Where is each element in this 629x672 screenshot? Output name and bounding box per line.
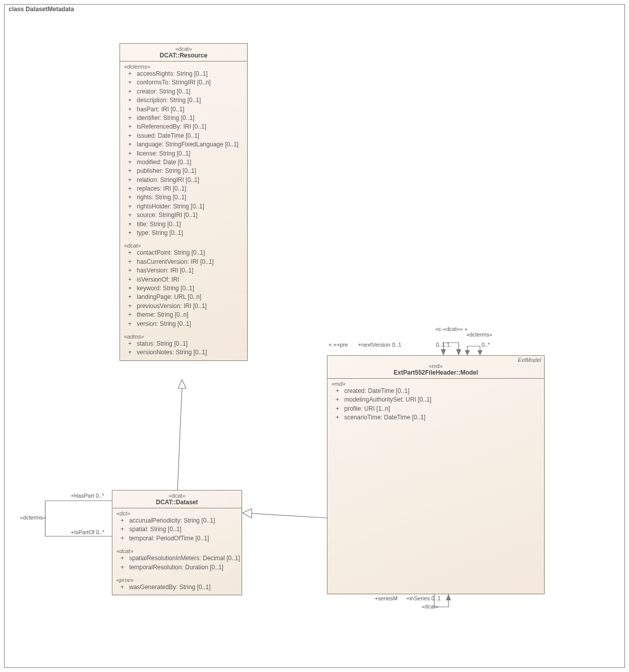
svg-marker-8 <box>446 594 451 600</box>
attribute: type: String [0..1] <box>128 229 243 237</box>
attribute: issued: DateTime [0..1] <box>128 132 243 140</box>
attribute: hasCurrentVersion: IRI [0..1] <box>128 258 243 266</box>
svg-marker-7 <box>477 350 483 355</box>
attribute: status: String [0..1] <box>128 340 243 348</box>
svg-marker-6 <box>465 350 470 355</box>
attribute: profile: URI [1..n] <box>336 405 540 413</box>
attribute: versionNotes: String [0..1] <box>128 348 243 357</box>
label-nextversion: +nextVersion 0..1 <box>358 342 401 348</box>
attribute: relation: StringIRI [0..1] <box>128 176 243 185</box>
attribute: replaces: IRI [0..1] <box>128 185 243 193</box>
attribute: rightsHolder: String [0..1] <box>128 202 243 211</box>
attribute: license: String [0..1] <box>128 149 243 158</box>
class-header: «md» ExtPart552FileHeader::Model <box>327 356 544 379</box>
attribute: temporalResolution: Duration [0..1] <box>121 563 237 572</box>
class-name: DCAT::Dataset <box>115 499 238 506</box>
attribute: hasVersion: IRI [0..1] <box>128 266 243 275</box>
attribute: conformsTo: StringIRI [0..n] <box>128 78 243 87</box>
group-md: «md» <box>327 379 544 387</box>
attribute: publisher: String [0..1] <box>128 167 243 175</box>
attribute: accurualPeriodicity: String [0..1] <box>121 516 237 525</box>
stereotype: «md» <box>331 363 541 369</box>
group-dct: «dct» <box>112 508 242 516</box>
attrs-dcat: contactPoint: String [0..1]hasCurrentVer… <box>120 249 247 331</box>
svg-line-2 <box>251 513 327 518</box>
svg-marker-5 <box>456 349 461 355</box>
svg-marker-3 <box>243 509 252 518</box>
group-dcat: «dcat» <box>112 546 242 554</box>
class-ext-model: ExtModel «md» ExtPart552FileHeader::Mode… <box>327 355 545 594</box>
attribute: modelingAuthoritySet: URI [0..1] <box>336 395 540 404</box>
attribute: isVersionOf: IRI <box>128 276 243 284</box>
label-dcat-bottom: «dcat» <box>422 603 438 609</box>
attribute: creator: String [0..1] <box>128 87 243 96</box>
class-name: ExtPart552FileHeader::Model <box>331 369 541 376</box>
attribute: description: String [0..1] <box>128 96 243 105</box>
attrs-adms: status: String [0..1]versionNotes: Strin… <box>120 340 247 360</box>
attrs-md: created: DateTime [0..1]modelingAuthorit… <box>327 387 544 425</box>
attribute: created: DateTime [0..1] <box>336 387 540 395</box>
svg-marker-1 <box>178 380 186 388</box>
attribute: wasGeneratedBy: String [0..1] <box>121 583 237 592</box>
attribute: title: String [0..1] <box>128 220 243 229</box>
group-prov: «prov» <box>112 575 242 583</box>
attribute: isReferencedBy: IRI [0..1] <box>128 123 243 131</box>
stereotype: «dcat» <box>123 46 244 52</box>
corner-label: ExtModel <box>518 357 541 363</box>
label-dcterms-top: «dcterms» <box>466 331 492 338</box>
class-header: «dcat» DCAT::Resource <box>120 44 247 62</box>
attribute: version: String [0..1] <box>128 320 243 328</box>
label-mult1: 0..1.1. <box>436 342 452 348</box>
attribute: previousVersion: IRI [0..1] <box>128 302 243 311</box>
attrs-dcterms: accessRights: String [0..1]conformsTo: S… <box>120 70 247 240</box>
class-header: «dcat» DCAT::Dataset <box>112 491 242 508</box>
group-dcat: «dcat» <box>120 240 247 249</box>
label-haspart: +HasPart 0..* <box>71 493 104 499</box>
stereotype: «dcat» <box>115 493 238 499</box>
label-seriesm: +seriesM <box>375 595 398 601</box>
attribute: source: StringIRI [0..1] <box>128 211 243 220</box>
attribute: rights: String [0..1] <box>128 193 243 202</box>
class-dcat-dataset: «dcat» DCAT::Dataset «dct» accurualPerio… <box>112 490 242 595</box>
attribute: contactPoint: String [0..1] <box>128 249 243 257</box>
attribute: hasPart: IRI [0..1] <box>128 105 243 114</box>
label-preplus: +.++pre <box>328 342 348 348</box>
attribute: language: StringFixedLanguage [0..1] <box>128 140 243 149</box>
frame-title: class DatasetMetadata <box>4 4 82 14</box>
group-dcterms: «dcterms» <box>120 62 247 70</box>
label-mult2: 0..* <box>482 342 490 348</box>
label-dcterms-assoc: «dcterms» <box>20 514 46 521</box>
frame-title-text: class DatasetMetadata <box>9 6 74 13</box>
attribute: modified: Date [0..1] <box>128 158 243 167</box>
label-inseries: +inSeries 0..1 <box>406 595 441 601</box>
label-ispartof: +IsPartOf 0..* <box>71 529 104 535</box>
svg-marker-4 <box>441 349 446 355</box>
group-adms: «adms» <box>120 331 247 340</box>
attrs-dct: accurualPeriodicity: String [0..1]spatia… <box>112 516 242 546</box>
attribute: landingPage: URL [0..n] <box>128 293 243 301</box>
attrs-prov: wasGeneratedBy: String [0..1] <box>112 583 242 595</box>
attribute: spatialResolutionInMeters: Decimal [0..1… <box>121 554 237 563</box>
attribute: identifier: String [0..1] <box>128 114 243 123</box>
attribute: scenarioTime: DateTime [0..1] <box>336 413 540 422</box>
attribute: temporal: PeriodOfTime [0..1] <box>121 534 237 543</box>
attribute: keyword: String [0..1] <box>128 284 243 293</box>
diagram-frame: class DatasetMetadata «dcat» DCAT::Resou… <box>4 4 625 668</box>
attrs-dcat: spatialResolutionInMeters: Decimal [0..1… <box>112 554 242 575</box>
attribute: accessRights: String [0..1] <box>128 70 243 78</box>
attribute: theme: String [0..n] <box>128 311 243 319</box>
label-dcat-top: «c-«dcat»» » <box>435 326 468 332</box>
svg-line-0 <box>177 387 182 490</box>
class-name: DCAT::Resource <box>123 52 244 59</box>
attribute: spatial: String [0..1] <box>121 525 237 534</box>
class-dcat-resource: «dcat» DCAT::Resource «dcterms» accessRi… <box>119 43 248 361</box>
